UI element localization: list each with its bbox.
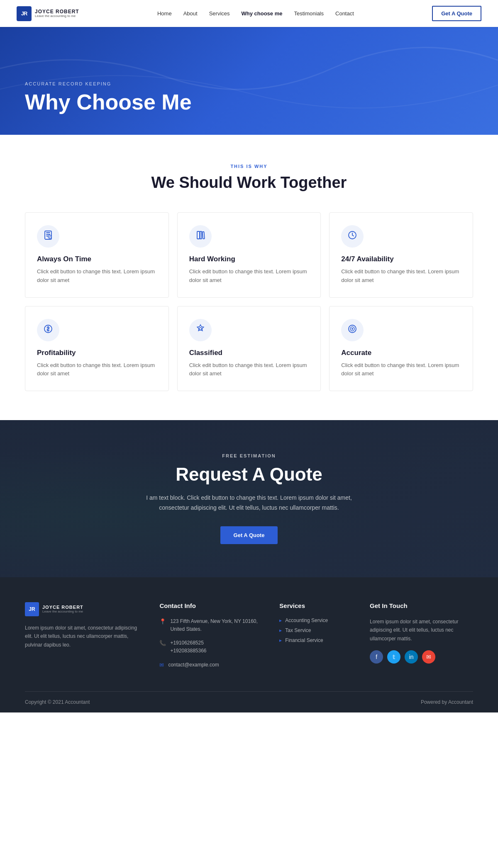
footer-address-text: 123 Fifth Avenue, New York, NY 10160, Un…	[170, 618, 263, 633]
feature-card-3: 24/7 Availability Click edit button to c…	[329, 212, 473, 298]
feature-card-1: Always On Time Click edit button to chan…	[25, 212, 169, 298]
feature-icon-wrap-2	[189, 225, 212, 248]
powered-by-text: Powered by Accountant	[421, 699, 473, 705]
feature-title-3: 24/7 Availability	[341, 255, 461, 263]
nav-services[interactable]: Services	[209, 10, 230, 17]
feature-title-1: Always On Time	[37, 255, 157, 263]
feature-desc-5: Click edit button to change this text. L…	[189, 361, 309, 379]
nav-links: Home About Services Why choose me Testim…	[157, 10, 354, 17]
footer-col-services: Services Accounting Service Tax Service …	[279, 602, 353, 675]
footer-phone-text: +19106268525 +192083885366	[170, 639, 206, 655]
feature-card-5: Classified Click edit button to change t…	[177, 306, 321, 391]
nav-home[interactable]: Home	[157, 10, 172, 17]
quote-text: I am text block. Click edit button to ch…	[141, 493, 357, 513]
feature-desc-6: Click edit button to change this text. L…	[341, 361, 461, 379]
footer-phone: 📞 +19106268525 +192083885366	[159, 639, 263, 655]
nav-testimonials[interactable]: Testimonials	[294, 10, 324, 17]
svg-point-10	[352, 328, 353, 330]
svg-rect-4	[202, 232, 204, 239]
footer-email-text: contact@example.com	[168, 661, 219, 669]
svg-rect-2	[197, 231, 200, 239]
feature-icon-wrap-1	[37, 225, 59, 248]
books-icon	[195, 230, 205, 243]
feature-title-5: Classified	[189, 349, 309, 357]
nav-about[interactable]: About	[183, 10, 198, 17]
target-icon	[347, 324, 357, 336]
footer-logo: JR JOYCE ROBERT Leave the accounting to …	[25, 602, 143, 616]
why-header: THIS IS WHY We Should Work Together	[25, 164, 473, 192]
footer-address: 📍 123 Fifth Avenue, New York, NY 10160, …	[159, 618, 263, 633]
feature-icon-wrap-4	[37, 319, 59, 341]
footer-contact-title: Contact Info	[159, 602, 263, 609]
hero-content: ACCURATE RECORD KEEPING Why Choose Me	[25, 81, 192, 114]
footer-bottom: Copyright © 2021 Accountant Powered by A…	[25, 691, 473, 712]
service-item-3: Financial Service	[279, 637, 353, 643]
why-sub-label: THIS IS WHY	[25, 164, 473, 169]
nav-cta-button[interactable]: Get A Quote	[432, 6, 481, 21]
social-icons: f 𝕥 in ✉	[370, 650, 473, 664]
footer-grid: JR JOYCE ROBERT Leave the accounting to …	[25, 602, 473, 675]
email-social-icon[interactable]: ✉	[422, 650, 435, 664]
feature-desc-3: Click edit button to change this text. L…	[341, 267, 461, 285]
checklist-icon	[43, 230, 53, 243]
footer-email: ✉ contact@example.com	[159, 661, 263, 669]
feature-title-6: Accurate	[341, 349, 461, 357]
feature-icon-wrap-6	[341, 319, 364, 341]
service-item-1: Accounting Service	[279, 618, 353, 623]
footer-col-contact: Contact Info 📍 123 Fifth Avenue, New Yor…	[159, 602, 263, 675]
svg-rect-3	[200, 231, 202, 239]
footer-services-title: Services	[279, 602, 353, 609]
feature-card-6: Accurate Click edit button to change thi…	[329, 306, 473, 391]
feature-title-4: Profitability	[37, 349, 157, 357]
hero-label: ACCURATE RECORD KEEPING	[25, 81, 192, 86]
footer-description: Lorem ipsum dolor sit amet, consectetur …	[25, 624, 143, 649]
nav-logo: JR JOYCE ROBERT Leave the accounting to …	[17, 6, 79, 21]
hero-title: Why Choose Me	[25, 90, 192, 114]
footer-col-about: JR JOYCE ROBERT Leave the accounting to …	[25, 602, 143, 675]
feature-icon-wrap-5	[189, 319, 212, 341]
feature-card-2: Hard Working Click edit button to change…	[177, 212, 321, 298]
clock-icon	[347, 230, 357, 243]
dollar-icon	[43, 324, 53, 336]
feature-desc-1: Click edit button to change this text. L…	[37, 267, 157, 285]
nav-why-choose[interactable]: Why choose me	[242, 10, 283, 17]
footer-col-get-in-touch: Get In Touch Lorem ipsum dolor sit amet,…	[370, 602, 473, 675]
nav-contact[interactable]: Contact	[335, 10, 354, 17]
quote-section: FREE ESTIMATION Request A Quote I am tex…	[0, 420, 498, 577]
feature-icon-wrap-3	[341, 225, 364, 248]
phone-icon: 📞	[159, 640, 166, 646]
logo-icon: JR	[17, 6, 32, 21]
quote-label: FREE ESTIMATION	[25, 453, 473, 458]
copyright-text: Copyright © 2021 Accountant	[25, 699, 90, 705]
footer-logo-sub: Leave the accounting to me	[42, 610, 83, 613]
quote-cta-button[interactable]: Get A Quote	[220, 526, 278, 544]
feature-card-4: Profitability Click edit button to chang…	[25, 306, 169, 391]
footer: JR JOYCE ROBERT Leave the accounting to …	[0, 577, 498, 712]
why-title: We Should Work Together	[25, 174, 473, 192]
email-icon: ✉	[159, 662, 164, 668]
certified-icon	[195, 324, 205, 336]
service-item-2: Tax Service	[279, 627, 353, 633]
why-section: THIS IS WHY We Should Work Together Alwa…	[0, 135, 498, 420]
footer-logo-name: JOYCE ROBERT	[42, 605, 83, 610]
footer-get-in-touch-text: Lorem ipsum dolor sit amet, consectetur …	[370, 618, 473, 643]
hero-section: ACCURATE RECORD KEEPING Why Choose Me	[0, 27, 498, 135]
quote-title: Request A Quote	[25, 464, 473, 485]
footer-get-in-touch-title: Get In Touch	[370, 602, 473, 609]
feature-desc-4: Click edit button to change this text. L…	[37, 361, 157, 379]
footer-services-list: Accounting Service Tax Service Financial…	[279, 618, 353, 643]
footer-logo-icon: JR	[25, 602, 39, 616]
linkedin-icon[interactable]: in	[405, 650, 418, 664]
feature-desc-2: Click edit button to change this text. L…	[189, 267, 309, 285]
twitter-icon[interactable]: 𝕥	[387, 650, 400, 664]
features-grid: Always On Time Click edit button to chan…	[25, 212, 473, 391]
navbar: JR JOYCE ROBERT Leave the accounting to …	[0, 0, 498, 27]
logo-sub: Leave the accounting to me	[35, 15, 79, 18]
logo-name: JOYCE ROBERT	[35, 9, 79, 15]
location-icon: 📍	[159, 618, 166, 625]
facebook-icon[interactable]: f	[370, 650, 383, 664]
feature-title-2: Hard Working	[189, 255, 309, 263]
